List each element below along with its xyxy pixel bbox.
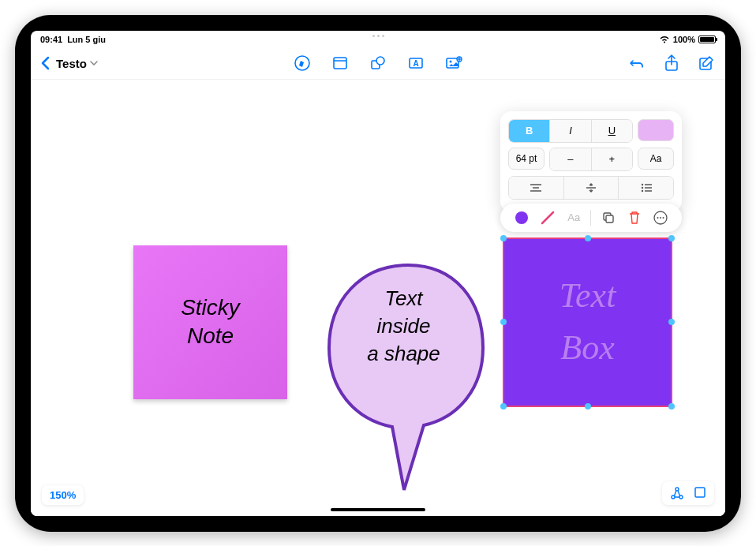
align-vertical-button[interactable] bbox=[564, 177, 619, 199]
text-box-tool-button[interactable]: A bbox=[406, 54, 425, 73]
svg-point-8 bbox=[450, 61, 452, 63]
decrease-size-button[interactable]: – bbox=[550, 148, 592, 170]
font-size-label[interactable]: 64 pt bbox=[508, 148, 545, 170]
resize-handle-icon[interactable] bbox=[668, 319, 675, 325]
text-box-text: Text Box bbox=[560, 270, 616, 374]
svg-point-18 bbox=[641, 186, 642, 188]
canvas[interactable]: B I U 64 pt – + Aa bbox=[31, 80, 725, 516]
canvas-view-tools bbox=[662, 481, 714, 505]
svg-point-22 bbox=[515, 211, 528, 224]
underline-button[interactable]: U bbox=[592, 120, 632, 142]
pen-tool-button[interactable] bbox=[293, 54, 312, 73]
resize-handle-icon[interactable] bbox=[500, 403, 507, 410]
svg-line-23 bbox=[542, 212, 553, 223]
share-button[interactable] bbox=[662, 54, 681, 73]
status-bar: 09:41 Lun 5 giu 100% bbox=[31, 31, 725, 48]
svg-point-4 bbox=[376, 57, 384, 65]
svg-text:A: A bbox=[413, 59, 418, 68]
svg-point-30 bbox=[672, 496, 675, 499]
chevron-down-icon bbox=[90, 61, 98, 65]
resize-handle-icon[interactable] bbox=[585, 403, 591, 410]
more-button[interactable] bbox=[651, 208, 670, 227]
text-box-object[interactable]: Text Box bbox=[503, 237, 672, 407]
stroke-color-button[interactable] bbox=[538, 208, 557, 227]
document-title[interactable]: Testo bbox=[56, 57, 98, 70]
media-tool-button[interactable] bbox=[444, 54, 463, 73]
speech-bubble-object[interactable] bbox=[321, 261, 495, 498]
window-drag-handle-icon[interactable] bbox=[366, 35, 390, 38]
wifi-icon bbox=[659, 36, 670, 43]
screen: 09:41 Lun 5 giu 100% Testo bbox=[31, 31, 725, 516]
sticky-note-text: Sticky Note bbox=[181, 294, 240, 351]
resize-handle-icon[interactable] bbox=[668, 403, 675, 410]
text-color-swatch[interactable] bbox=[638, 119, 674, 141]
svg-rect-25 bbox=[606, 215, 613, 223]
clock-label: 09:41 bbox=[40, 35, 62, 44]
selection-context-bar: Aa bbox=[500, 204, 682, 232]
sticky-note-tool-button[interactable] bbox=[331, 54, 350, 73]
svg-point-20 bbox=[641, 189, 642, 191]
bold-button[interactable]: B bbox=[509, 120, 550, 142]
svg-point-27 bbox=[657, 217, 659, 219]
fill-color-button[interactable] bbox=[512, 208, 531, 227]
align-horizontal-button[interactable] bbox=[509, 177, 564, 199]
list-button[interactable] bbox=[619, 177, 673, 199]
svg-point-32 bbox=[679, 496, 683, 499]
svg-rect-33 bbox=[695, 488, 705, 497]
resize-handle-icon[interactable] bbox=[500, 235, 507, 241]
svg-rect-1 bbox=[334, 58, 346, 69]
text-case-button[interactable]: Aa bbox=[638, 148, 674, 170]
document-title-label: Testo bbox=[56, 57, 87, 70]
resize-handle-icon[interactable] bbox=[500, 319, 507, 325]
compose-button[interactable] bbox=[697, 54, 716, 73]
shapes-tool-button[interactable] bbox=[369, 54, 387, 73]
italic-button[interactable]: I bbox=[550, 120, 591, 142]
battery-icon bbox=[698, 36, 716, 43]
graph-view-button[interactable] bbox=[670, 486, 684, 500]
increase-size-button[interactable]: + bbox=[592, 148, 633, 170]
toolbar: Testo A bbox=[31, 48, 725, 80]
fit-view-button[interactable] bbox=[694, 486, 706, 500]
home-indicator[interactable] bbox=[331, 508, 425, 511]
zoom-level-button[interactable]: 150% bbox=[42, 485, 84, 505]
date-label: Lun 5 giu bbox=[67, 35, 106, 44]
ipad-frame: 09:41 Lun 5 giu 100% Testo bbox=[15, 15, 741, 532]
svg-point-28 bbox=[660, 217, 661, 219]
battery-label: 100% bbox=[673, 35, 695, 44]
svg-point-29 bbox=[663, 217, 664, 219]
sticky-note-object[interactable]: Sticky Note bbox=[133, 245, 287, 399]
resize-handle-icon[interactable] bbox=[585, 235, 591, 241]
svg-point-16 bbox=[641, 183, 642, 185]
text-style-button[interactable]: Aa bbox=[564, 208, 583, 227]
duplicate-button[interactable] bbox=[599, 208, 618, 227]
text-format-panel: B I U 64 pt – + Aa bbox=[500, 111, 682, 212]
resize-handle-icon[interactable] bbox=[668, 235, 675, 241]
back-button[interactable] bbox=[40, 56, 50, 70]
delete-button[interactable] bbox=[625, 208, 644, 227]
undo-button[interactable] bbox=[627, 54, 646, 73]
